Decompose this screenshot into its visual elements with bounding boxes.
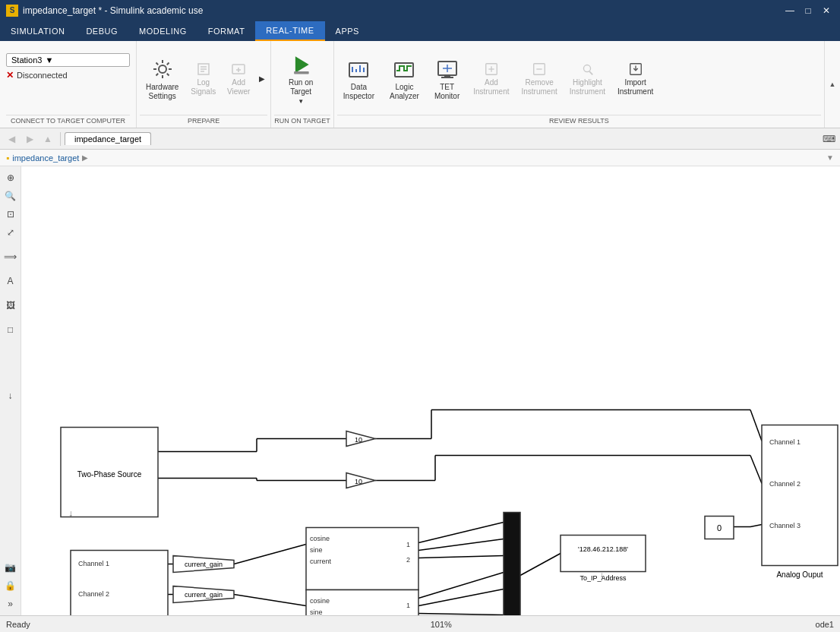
logic-analyzer-icon	[392, 57, 416, 81]
rect-tool-button[interactable]: □	[2, 321, 19, 338]
menu-apps[interactable]: APPS	[325, 21, 370, 41]
svg-marker-8	[295, 56, 309, 72]
menu-simulation[interactable]: SIMULATION	[0, 21, 75, 41]
menu-realtime[interactable]: REAL-TIME	[255, 21, 324, 41]
svg-line-50	[418, 539, 504, 551]
target-status: ✕ Disconnected	[6, 70, 130, 81]
highlight-instrument-label: HighlightInstrument	[570, 78, 605, 96]
svg-point-0	[159, 65, 166, 73]
dropdown-arrow-icon: ▼	[45, 55, 53, 65]
diagram-canvas[interactable]: Two-Phase Source ↓ 10 10 Analog Input Ch…	[21, 166, 840, 615]
svg-line-51	[418, 556, 504, 558]
tet-monitor-label: TETMonitor	[434, 83, 459, 101]
keyboard-icon-button[interactable]: ⌨	[820, 131, 837, 147]
toolbar-separator-1	[60, 132, 61, 146]
svg-text:Channel 1: Channel 1	[769, 438, 801, 446]
svg-text:↓: ↓	[68, 508, 73, 519]
title-text: impedance_target * - Simulink academic u…	[23, 5, 778, 16]
prepare-expand-icon: ▶	[259, 74, 265, 83]
zoom-status: 101%	[73, 620, 810, 629]
text-tool-button[interactable]: A	[2, 273, 19, 289]
ribbon-collapse-button[interactable]: ▲	[825, 41, 840, 128]
import-instrument-button[interactable]: ImportInstrument	[613, 58, 658, 100]
remove-instrument-label: RemoveInstrument	[522, 78, 557, 96]
title-bar: S impedance_target * - Simulink academic…	[0, 0, 840, 21]
hardware-settings-button[interactable]: HardwareSettings	[140, 49, 185, 109]
status-bar: Ready 101% ode1	[0, 615, 840, 632]
menu-bar: SIMULATION DEBUG MODELING FORMAT REAL-TI…	[0, 21, 840, 41]
svg-text:0: 0	[717, 523, 722, 532]
prepare-expand-button[interactable]: ▶	[257, 73, 267, 84]
svg-line-55	[520, 554, 561, 576]
svg-text:Channel 2: Channel 2	[769, 480, 801, 488]
tet-monitor-button[interactable]: TETMonitor	[428, 49, 466, 109]
log-signals-label: LogSignals	[191, 78, 216, 96]
close-button[interactable]: ✕	[819, 3, 834, 18]
add-viewer-icon	[231, 62, 246, 77]
menu-format[interactable]: FORMAT	[197, 21, 256, 41]
svg-line-49	[418, 523, 504, 543]
connection-status: Disconnected	[17, 71, 68, 80]
fit-view-button[interactable]: ⊡	[2, 206, 19, 223]
two-phase-source-label: Two-Phase Source	[77, 470, 142, 479]
data-inspector-icon	[346, 57, 371, 81]
svg-text:Channel 3: Channel 3	[769, 522, 801, 529]
solver-status: ode1	[816, 620, 834, 629]
back-button[interactable]: ◀	[3, 131, 20, 147]
forward-button[interactable]: ▶	[21, 131, 38, 147]
more-tools-button[interactable]: »	[2, 596, 19, 612]
image-tool-button[interactable]: 🖼	[2, 297, 19, 314]
log-signals-button[interactable]: LogSignals	[186, 58, 220, 100]
svg-text:2: 2	[406, 556, 410, 564]
svg-text:Analog Ouput: Analog Ouput	[776, 570, 823, 579]
up-button[interactable]: ▲	[39, 131, 56, 147]
ribbon-collapse-icon: ▲	[829, 81, 836, 88]
window-controls: — □ ✕	[782, 3, 834, 18]
add-viewer-button[interactable]: AddViewer	[222, 58, 255, 100]
down-arrow-button[interactable]: ↓	[2, 387, 19, 404]
menu-modeling[interactable]: MODELING	[128, 21, 197, 41]
signal-icon-button[interactable]: ⟹	[2, 248, 19, 265]
prepare-label: PREPARE	[140, 115, 267, 125]
maximize-button[interactable]: □	[801, 3, 816, 18]
model-tab[interactable]: impedance_target	[65, 132, 151, 145]
lock-button[interactable]: 🔒	[2, 577, 19, 594]
ready-status: Ready	[6, 620, 67, 629]
run-on-target-button[interactable]: Run onTarget ▼	[274, 49, 327, 109]
highlight-instrument-button[interactable]: HighlightInstrument	[565, 58, 610, 100]
breadcrumb-model[interactable]: impedance_target	[12, 153, 79, 163]
svg-line-59	[750, 525, 762, 527]
connect-section-label: CONNECT TO TARGET COMPUTER	[6, 115, 130, 125]
svg-text:sine: sine	[310, 546, 323, 554]
svg-text:sine: sine	[310, 608, 323, 616]
screenshot-button[interactable]: 📷	[2, 559, 19, 576]
run-dropdown-arrow-icon: ▼	[298, 98, 304, 105]
logic-analyzer-button[interactable]: LogicAnalyzer	[384, 49, 425, 109]
zoom-in-button[interactable]: 🔍	[2, 188, 19, 204]
select-tool-button[interactable]: ⊕	[2, 169, 19, 186]
run-on-target-icon	[289, 52, 313, 77]
remove-instrument-button[interactable]: RemoveInstrument	[517, 58, 562, 100]
svg-rect-9	[294, 71, 309, 74]
svg-text:Channel 2: Channel 2	[78, 590, 109, 598]
canvas-area: ⊕ 🔍 ⊡ ⤢ ⟹ A 🖼 □ ↓ 📷 🔒 »	[0, 166, 840, 615]
svg-text:current: current	[310, 558, 332, 565]
review-group: DataInspector LogicAnalyzer	[337, 44, 821, 113]
mux-block	[504, 513, 520, 616]
minimize-button[interactable]: —	[782, 3, 797, 18]
remove-instrument-icon	[532, 62, 547, 77]
review-label: REVIEW RESULTS	[337, 115, 821, 125]
svg-line-44	[234, 545, 306, 564]
menu-debug[interactable]: DEBUG	[75, 21, 128, 41]
station-dropdown[interactable]: Station3 ▼	[6, 53, 130, 67]
svg-text:↓: ↓	[600, 570, 604, 579]
target-section: Station3 ▼ ✕ Disconnected CONNECT TO TAR…	[0, 41, 137, 128]
data-inspector-button[interactable]: DataInspector	[337, 49, 381, 109]
logic-analyzer-label: LogicAnalyzer	[390, 83, 419, 101]
app-icon: S	[6, 5, 18, 17]
svg-text:current_gain: current_gain	[185, 591, 223, 599]
prepare-group: HardwareSettings LogSignals	[140, 44, 267, 113]
zoom-icon-button[interactable]: ⤢	[2, 224, 19, 241]
ribbon: Station3 ▼ ✕ Disconnected CONNECT TO TAR…	[0, 41, 840, 128]
add-instrument-button[interactable]: AddInstrument	[469, 58, 513, 100]
